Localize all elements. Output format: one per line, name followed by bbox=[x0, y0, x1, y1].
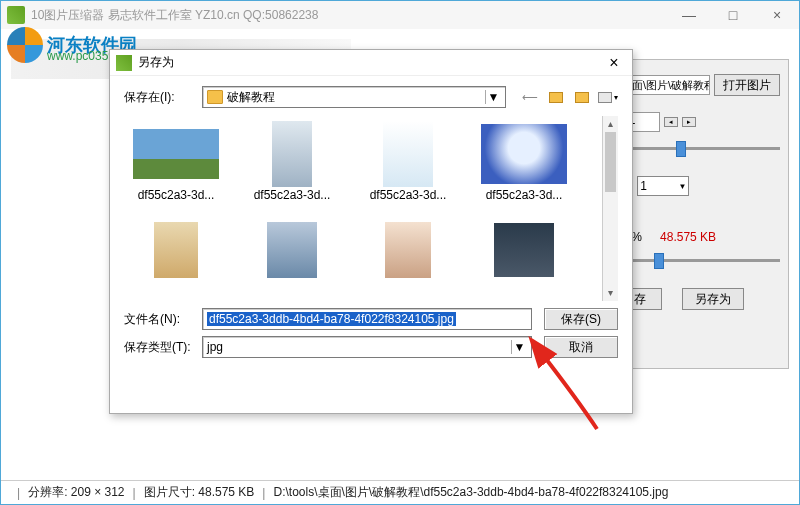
close-button[interactable]: × bbox=[755, 1, 799, 29]
spinner-1b[interactable]: ▸ bbox=[682, 117, 696, 127]
new-folder-button[interactable] bbox=[572, 87, 592, 107]
spinner-1[interactable]: ◂ bbox=[664, 117, 678, 127]
file-thumb[interactable]: . bbox=[476, 216, 572, 284]
width-combo-value: 1 bbox=[640, 179, 647, 193]
dialog-close-button[interactable]: × bbox=[596, 54, 632, 72]
watermark-logo-icon bbox=[7, 27, 43, 63]
dialog-save-button[interactable]: 保存(S) bbox=[544, 308, 618, 330]
spinner-left-icon[interactable]: ◂ bbox=[664, 117, 678, 127]
file-thumb[interactable]: df55c2a3-3d... bbox=[128, 120, 224, 202]
slider-1[interactable] bbox=[618, 138, 780, 158]
chevron-down-icon: ▼ bbox=[485, 90, 501, 104]
filename-label: 文件名(N): bbox=[124, 311, 194, 328]
file-thumb[interactable]: df55c2a3-3d... bbox=[360, 120, 456, 202]
dialog-title: 另存为 bbox=[138, 54, 596, 71]
open-image-button[interactable]: 打开图片 bbox=[714, 74, 780, 96]
slider-thumb-2[interactable] bbox=[654, 253, 664, 269]
status-path: D:\tools\桌面\图片\破解教程\df55c2a3-3ddb-4bd4-b… bbox=[273, 484, 668, 501]
app-title: 10图片压缩器 易志软件工作室 YZ10.cn QQ:50862238 bbox=[31, 7, 667, 24]
save-as-button[interactable]: 另存为 bbox=[682, 288, 744, 310]
filetype-label: 保存类型(T): bbox=[124, 339, 194, 356]
width-combo[interactable]: 1 ▼ bbox=[637, 176, 689, 196]
spinner-right-icon[interactable]: ▸ bbox=[682, 117, 696, 127]
slider-2[interactable] bbox=[618, 250, 780, 270]
filename-input[interactable]: df55c2a3-3ddb-4bd4-ba78-4f022f8324105.jp… bbox=[202, 308, 532, 330]
filetype-value: jpg bbox=[207, 340, 223, 354]
app-icon bbox=[7, 6, 25, 24]
dialog-app-icon bbox=[116, 55, 132, 71]
file-thumb[interactable]: . bbox=[360, 216, 456, 284]
maximize-button[interactable]: □ bbox=[711, 1, 755, 29]
scrollbar[interactable]: ▴ ▾ bbox=[602, 116, 618, 301]
slider-track bbox=[618, 147, 780, 150]
file-thumb[interactable]: . bbox=[128, 216, 224, 284]
save-as-dialog: 另存为 × 保存在(I): 破解教程 ▼ ⟵ df bbox=[109, 49, 633, 414]
right-panel: 桌面\图片\破解教程 打开图片 61 ◂ ▸ 宽: 1 ▼ bbox=[609, 59, 789, 369]
save-in-folder-name: 破解教程 bbox=[227, 89, 275, 106]
file-thumb[interactable]: df55c2a3-3d... bbox=[476, 120, 572, 202]
minimize-button[interactable]: — bbox=[667, 1, 711, 29]
chevron-down-icon: ▼ bbox=[511, 340, 527, 354]
app-window: 10图片压缩器 易志软件工作室 YZ10.cn QQ:50862238 — □ … bbox=[0, 0, 800, 505]
save-in-combo[interactable]: 破解教程 ▼ bbox=[202, 86, 506, 108]
status-bar: | 分辨率: 209 × 312 | 图片尺寸: 48.575 KB | D:\… bbox=[1, 480, 799, 504]
dialog-cancel-button[interactable]: 取消 bbox=[544, 336, 618, 358]
scroll-down-icon[interactable]: ▾ bbox=[603, 285, 618, 301]
chevron-down-icon: ▼ bbox=[678, 182, 686, 191]
slider-thumb[interactable] bbox=[676, 141, 686, 157]
back-button[interactable]: ⟵ bbox=[520, 87, 540, 107]
file-thumb[interactable]: df55c2a3-3d... bbox=[244, 120, 340, 202]
file-list[interactable]: df55c2a3-3d... df55c2a3-3d... df55c2a3-3… bbox=[124, 116, 618, 302]
app-titlebar[interactable]: 10图片压缩器 易志软件工作室 YZ10.cn QQ:50862238 — □ … bbox=[1, 1, 799, 29]
file-thumb[interactable]: . bbox=[244, 216, 340, 284]
dialog-titlebar[interactable]: 另存为 × bbox=[110, 50, 632, 76]
filesize-value: 48.575 KB bbox=[660, 230, 716, 244]
save-in-label: 保存在(I): bbox=[124, 89, 194, 106]
scroll-thumb[interactable] bbox=[605, 132, 616, 192]
view-menu-button[interactable] bbox=[598, 87, 618, 107]
slider-track-2 bbox=[618, 259, 780, 262]
status-size: 图片尺寸: 48.575 KB bbox=[144, 484, 255, 501]
up-folder-button[interactable] bbox=[546, 87, 566, 107]
folder-icon bbox=[207, 90, 223, 104]
scroll-up-icon[interactable]: ▴ bbox=[603, 116, 618, 132]
filetype-combo[interactable]: jpg ▼ bbox=[202, 336, 532, 358]
filename-value: df55c2a3-3ddb-4bd4-ba78-4f022f8324105.jp… bbox=[207, 312, 456, 326]
status-resolution: 分辨率: 209 × 312 bbox=[28, 484, 124, 501]
